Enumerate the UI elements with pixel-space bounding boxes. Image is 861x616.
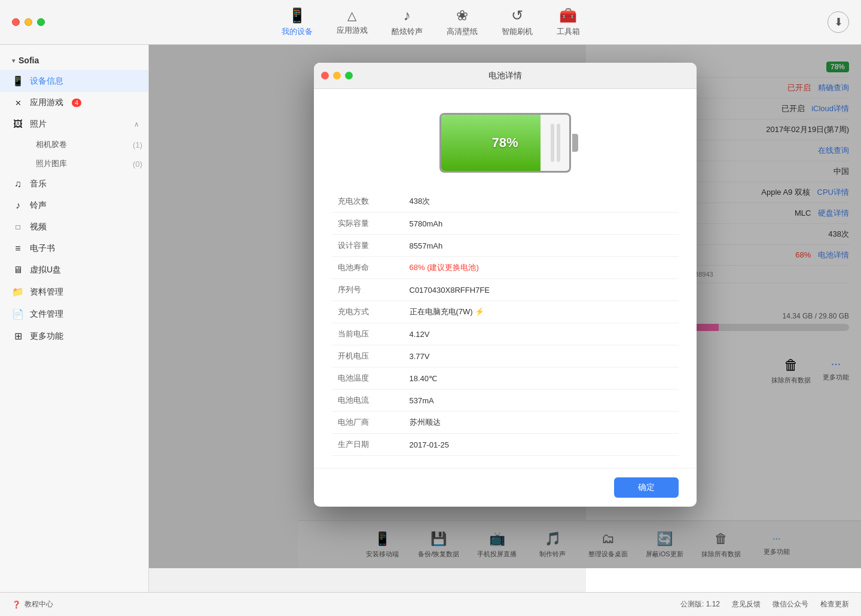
modal-minimize-btn[interactable] (333, 72, 341, 79)
table-row: 序列号 C0170430X8RFFH7FE (332, 279, 679, 301)
table-row: 当前电压 4.12V (332, 323, 679, 345)
modal-maximize-btn[interactable] (345, 72, 353, 79)
download-button[interactable]: ⬇ (828, 11, 849, 33)
titlebar: 📱 我的设备 △ 应用游戏 ♪ 酷炫铃声 ❀ 高清壁纸 ↺ 智能刷机 🧰 工具箱… (0, 0, 861, 45)
tab-wallpapers[interactable]: ❀ 高清壁纸 (447, 7, 478, 37)
tab-my-device[interactable]: 📱 我的设备 (282, 7, 313, 37)
modal-title: 电池详情 (488, 71, 522, 81)
tab-toolbox[interactable]: 🧰 工具箱 (557, 7, 580, 37)
table-row: 设计容量 8557mAh (332, 235, 679, 257)
ringtones-icon: ♪ (12, 200, 24, 211)
sidebar-item-photos[interactable]: 🖼 照片 ∧ (0, 114, 148, 135)
sidebar-item-resource-mgr[interactable]: 📁 资料管理 (0, 281, 148, 303)
wechat-link[interactable]: 微信公众号 (773, 599, 808, 609)
video-icon: □ (12, 223, 24, 231)
maximize-button[interactable] (37, 19, 45, 26)
sidebar-item-ebooks[interactable]: ≡ 电子书 (0, 238, 148, 259)
device-icon: 📱 (288, 7, 306, 24)
apps-games-icon: ✕ (12, 99, 24, 108)
wallpaper-icon: ❀ (456, 7, 468, 24)
battery-detail-modal: 电池详情 78% (314, 63, 697, 507)
statusbar-right: 公测版: 1.12 意见反馈 微信公众号 检查更新 (680, 599, 849, 609)
sidebar-item-apps[interactable]: ✕ 应用游戏 4 (0, 92, 148, 114)
table-row: 电池温度 18.40℃ (332, 367, 679, 390)
table-row: 电池寿命 68% (建议更换电池) (332, 257, 679, 279)
device-name: ▾ Sofia (0, 51, 148, 70)
table-row: 电池电流 537mA (332, 390, 679, 412)
sidebar-item-video[interactable]: □ 视频 (0, 216, 148, 238)
photos-icon: 🖼 (12, 119, 24, 130)
modal-footer: 确定 (314, 468, 697, 507)
sidebar-item-more[interactable]: ⊞ 更多功能 (0, 325, 148, 347)
feedback-link[interactable]: 意见反馈 (732, 599, 761, 609)
resource-icon: 📁 (12, 286, 24, 298)
sidebar-item-device-info[interactable]: 📱 设备信息 (0, 70, 148, 92)
file-icon: 📄 (12, 308, 24, 320)
sidebar-item-photo-library[interactable]: 照片图库 (0) (30, 154, 148, 173)
battery-info-table: 充电次数 438次 实际容量 5780mAh 设计容量 8557mAh 电池 (332, 191, 679, 456)
minimize-button[interactable] (25, 19, 32, 26)
chevron-icon: ▾ (12, 57, 15, 64)
tab-smart-flash[interactable]: ↺ 智能刷机 (502, 7, 533, 37)
battery-visual: 78% (332, 101, 679, 191)
toolbox-icon: 🧰 (559, 7, 577, 24)
table-row: 生产日期 2017-01-25 (332, 434, 679, 456)
sidebar-item-udisk[interactable]: 🖥 虚拟U盘 (0, 259, 148, 281)
table-row: 充电次数 438次 (332, 191, 679, 213)
modal-body: 78% 充电次数 438次 实际容量 5780mAh (314, 89, 697, 468)
main-layout: ▾ Sofia 📱 设备信息 ✕ 应用游戏 4 🖼 照片 ∧ 相机胶卷 (1) … (0, 45, 861, 592)
question-icon: ❓ (12, 600, 21, 609)
tab-ringtones[interactable]: ♪ 酷炫铃声 (392, 7, 423, 37)
table-row: 实际容量 5780mAh (332, 213, 679, 235)
ebooks-icon: ≡ (12, 243, 24, 254)
help-link[interactable]: 教程中心 (25, 599, 53, 609)
sidebar: ▾ Sofia 📱 设备信息 ✕ 应用游戏 4 🖼 照片 ∧ 相机胶卷 (1) … (0, 45, 149, 592)
battery-outer: 78% (439, 113, 571, 173)
statusbar: ❓ 教程中心 公测版: 1.12 意见反馈 微信公众号 检查更新 (0, 592, 861, 616)
table-row: 开机电压 3.77V (332, 345, 679, 367)
modal-traffic-lights (321, 72, 353, 79)
more-icon: ⊞ (12, 330, 24, 342)
modal-close-btn[interactable] (321, 72, 329, 79)
main-nav: 📱 我的设备 △ 应用游戏 ♪ 酷炫铃声 ❀ 高清壁纸 ↺ 智能刷机 🧰 工具箱 (12, 7, 849, 37)
modal-overlay: 电池详情 78% (149, 45, 861, 568)
photos-collapse-icon[interactable]: ∧ (134, 120, 139, 128)
udisk-icon: 🖥 (12, 265, 24, 275)
battery-cap (572, 134, 578, 152)
content-area: 正在电脑充电(7W) ⚡ 78% Apple ID锁 已开启 精确查询 iClo… (149, 45, 861, 592)
apps-icon: △ (347, 8, 356, 23)
sidebar-item-camera-roll[interactable]: 相机胶卷 (1) (30, 135, 148, 154)
sidebar-item-file-mgmt[interactable]: 📄 文件管理 (0, 303, 148, 325)
photos-submenu: 相机胶卷 (1) 照片图库 (0) (0, 135, 148, 173)
traffic-lights (12, 19, 45, 26)
version-label: 公测版: 1.12 (680, 599, 720, 609)
ringtone-icon: ♪ (404, 7, 411, 24)
table-row: 电池厂商 苏州顺达 (332, 412, 679, 434)
sidebar-item-ringtones[interactable]: ♪ 铃声 (0, 195, 148, 216)
sidebar-item-music[interactable]: ♫ 音乐 (0, 173, 148, 195)
statusbar-left: ❓ 教程中心 (12, 599, 53, 609)
tab-apps-games[interactable]: △ 应用游戏 (337, 8, 368, 36)
flash-icon: ↺ (511, 7, 523, 24)
music-icon: ♫ (12, 179, 24, 189)
apps-badge: 4 (72, 99, 81, 107)
device-info-icon: 📱 (12, 75, 24, 87)
modal-titlebar: 电池详情 (314, 63, 697, 89)
confirm-button[interactable]: 确定 (614, 477, 679, 498)
battery-percent-display: 78% (441, 135, 569, 151)
check-update-link[interactable]: 检查更新 (820, 599, 849, 609)
close-button[interactable] (12, 19, 20, 26)
table-row: 充电方式 正在电脑充电(7W) ⚡ (332, 301, 679, 323)
